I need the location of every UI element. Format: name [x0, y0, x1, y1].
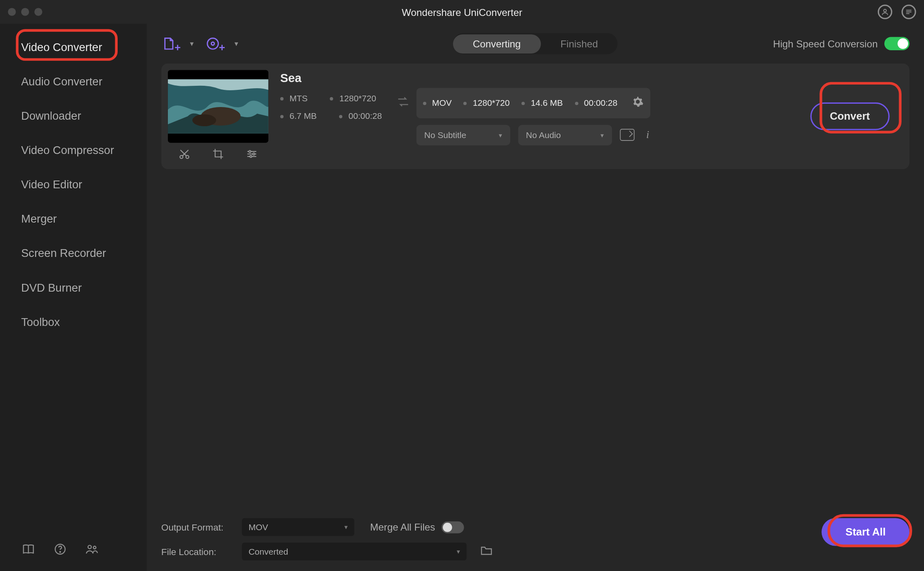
toolbar: + ▾ + ▾ Converting Finished High Speed C…: [147, 24, 924, 63]
tab-finished[interactable]: Finished: [540, 34, 618, 53]
output-format-value: MOV: [248, 522, 268, 532]
file-location-label: File Location:: [161, 546, 234, 557]
sidebar-bottom-icons: [0, 531, 147, 571]
sidebar-item-video-converter[interactable]: Video Converter: [0, 30, 147, 65]
target-size: 14.6 MB: [522, 98, 563, 107]
sidebar-item-dvd-burner[interactable]: DVD Burner: [0, 271, 147, 305]
svg-point-15: [252, 153, 254, 155]
info-icon[interactable]: i: [642, 129, 653, 141]
output-format-label: Output Format:: [161, 522, 234, 532]
high-speed-toggle-row: High Speed Conversion: [773, 37, 909, 50]
thumbnail-tools: [168, 143, 268, 163]
expand-icon[interactable]: [620, 129, 634, 141]
target-duration: 00:00:28: [575, 98, 618, 107]
svg-point-11: [192, 114, 216, 126]
svg-rect-8: [168, 134, 268, 143]
source-size: 6.7 MB: [280, 111, 317, 121]
add-dvd-button[interactable]: + ▾: [206, 36, 239, 51]
app-window: Wondershare UniConverter Video Converter…: [0, 0, 924, 571]
merge-all-row: Merge All Files: [370, 521, 464, 533]
main-pane: + ▾ + ▾ Converting Finished High Speed C…: [147, 24, 924, 571]
adjust-icon[interactable]: [242, 148, 261, 163]
sidebar-item-downloader[interactable]: Downloader: [0, 99, 147, 134]
chevron-down-icon: ▾: [499, 131, 502, 138]
chevron-down-icon: ▾: [600, 131, 604, 138]
merge-all-label: Merge All Files: [370, 522, 435, 533]
source-resolution: 1280*720: [330, 93, 376, 103]
target-meta: MOV 1280*720 14.6 MB 00:00:28: [416, 87, 650, 118]
under-controls: No Subtitle ▾ No Audio ▾ i: [390, 125, 653, 145]
convert-column: Convert: [810, 70, 903, 163]
merge-all-toggle[interactable]: [442, 521, 464, 533]
convert-button[interactable]: Convert: [810, 103, 890, 130]
gear-icon[interactable]: [632, 96, 644, 110]
tab-converting[interactable]: Converting: [453, 34, 540, 53]
svg-rect-7: [168, 70, 268, 80]
trim-icon[interactable]: [175, 148, 194, 163]
svg-point-6: [212, 42, 214, 45]
file-name: Sea: [280, 71, 382, 85]
window-title: Wondershare UniConverter: [0, 6, 924, 18]
community-icon[interactable]: [85, 542, 99, 557]
svg-point-14: [249, 151, 251, 153]
high-speed-toggle[interactable]: [884, 37, 909, 50]
file-location-value: Converted: [248, 546, 288, 556]
chevron-down-icon: ▾: [457, 548, 460, 555]
chevron-down-icon: ▾: [190, 39, 194, 48]
source-meta: Sea MTS 1280*720 6.7 MB 00:00:28: [276, 70, 382, 163]
svg-point-4: [93, 546, 96, 549]
svg-point-2: [60, 551, 60, 552]
file-list: Sea MTS 1280*720 6.7 MB 00:00:28: [147, 63, 924, 511]
tab-segmented-control: Converting Finished: [453, 33, 618, 54]
add-file-button[interactable]: + ▾: [161, 36, 194, 51]
help-icon[interactable]: [53, 542, 67, 557]
source-duration: 00:00:28: [339, 111, 382, 121]
target-resolution: 1280*720: [464, 98, 510, 107]
high-speed-label: High Speed Conversion: [773, 38, 877, 49]
chevron-down-icon: ▾: [344, 523, 348, 531]
title-bar: Wondershare UniConverter: [0, 0, 924, 24]
sidebar: Video Converter Audio Converter Download…: [0, 24, 147, 571]
sidebar-item-audio-converter[interactable]: Audio Converter: [0, 65, 147, 99]
file-card: Sea MTS 1280*720 6.7 MB 00:00:28: [161, 63, 910, 169]
folder-icon[interactable]: [480, 544, 493, 560]
crop-icon[interactable]: [209, 148, 227, 163]
book-icon[interactable]: [21, 542, 36, 557]
chevron-down-icon: ▾: [234, 39, 239, 48]
swap-arrow-icon: [396, 95, 409, 111]
sidebar-item-merger[interactable]: Merger: [0, 202, 147, 236]
sidebar-item-video-editor[interactable]: Video Editor: [0, 168, 147, 202]
source-format: MTS: [280, 93, 308, 103]
svg-point-3: [88, 545, 91, 549]
svg-point-5: [208, 38, 219, 49]
audio-value: No Audio: [526, 130, 561, 140]
sidebar-item-video-compressor[interactable]: Video Compressor: [0, 134, 147, 168]
start-all-button[interactable]: Start All: [822, 518, 910, 546]
subtitle-dropdown[interactable]: No Subtitle ▾: [416, 125, 510, 145]
target-format: MOV: [423, 98, 452, 107]
audio-dropdown[interactable]: No Audio ▾: [518, 125, 612, 145]
video-thumbnail[interactable]: [168, 70, 268, 143]
file-location-dropdown[interactable]: Converted ▾: [242, 542, 466, 560]
bottom-bar: Output Format: MOV ▾ Merge All Files Fil…: [147, 511, 924, 571]
output-format-dropdown[interactable]: MOV ▾: [242, 518, 354, 536]
svg-point-16: [250, 156, 252, 158]
sidebar-item-toolbox[interactable]: Toolbox: [0, 306, 147, 340]
sidebar-item-screen-recorder[interactable]: Screen Recorder: [0, 236, 147, 271]
subtitle-value: No Subtitle: [424, 130, 466, 140]
